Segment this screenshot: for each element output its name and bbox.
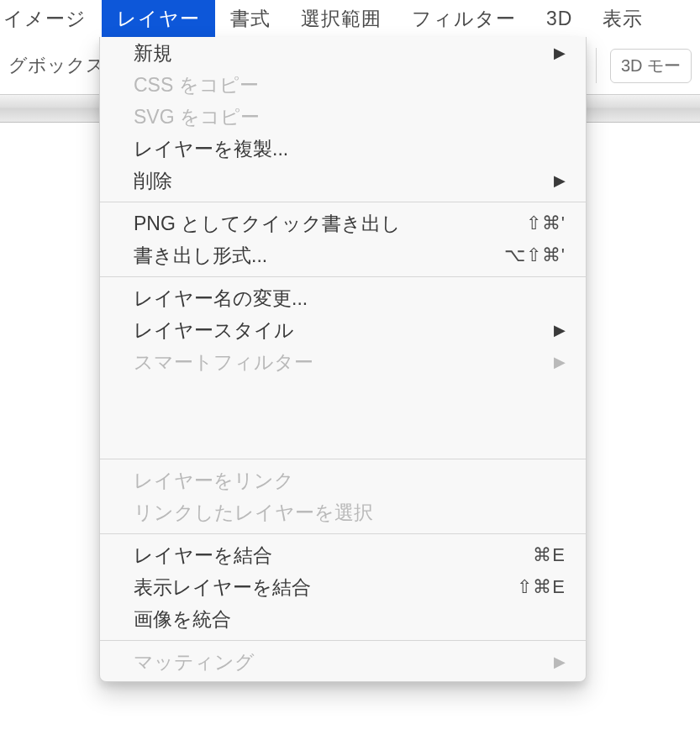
menu-label: 3D	[546, 8, 572, 30]
menu-item-label: レイヤーをリンク	[134, 468, 566, 494]
3d-mode-selector[interactable]: 3D モー	[610, 49, 692, 83]
menu-label: レイヤー	[117, 6, 200, 32]
menu-item-label: 表示レイヤーを結合	[134, 575, 502, 601]
menu-label: 表示	[603, 6, 643, 32]
menu-item-shortcut: ⇧⌘E	[517, 576, 566, 598]
menu-select[interactable]: 選択範囲	[286, 0, 397, 37]
menu-item: リンクしたレイヤーを選択	[100, 496, 586, 528]
menu-item-shortcut: ⌘E	[533, 544, 566, 566]
menu-item-label: レイヤー名の変更...	[134, 286, 566, 312]
menu-item-label: 書き出し形式...	[134, 243, 489, 269]
menu-separator	[100, 276, 586, 277]
submenu-arrow-icon: ▶	[554, 323, 566, 338]
menu-item-label: レイヤーを複製...	[134, 136, 566, 162]
vertical-separator	[596, 48, 597, 83]
menu-item[interactable]: レイヤーを複製...	[100, 133, 586, 165]
menu-item-label: マッティング	[134, 649, 539, 675]
menu-item-label: 画像を統合	[134, 606, 566, 632]
menu-label: 書式	[230, 6, 271, 32]
menu-item-label: レイヤースタイル	[134, 318, 539, 344]
submenu-arrow-icon: ▶	[554, 354, 566, 370]
app-menubar: イメージ レイヤー 書式 選択範囲 フィルター 3D 表示	[0, 0, 700, 37]
3d-mode-label: 3D モー	[621, 56, 681, 75]
menu-item[interactable]: 表示レイヤーを結合⇧⌘E	[100, 571, 586, 603]
menu-item: スマートフィルター▶	[100, 346, 586, 378]
submenu-arrow-icon: ▶	[554, 45, 566, 60]
menu-item-label: レイヤーを結合	[134, 543, 518, 569]
menu-item: SVG をコピー	[100, 101, 586, 133]
menu-image[interactable]: イメージ	[0, 0, 102, 37]
menu-item[interactable]: 画像を統合	[100, 603, 586, 635]
menu-item-label: スマートフィルター	[134, 349, 539, 375]
menu-item[interactable]: 削除▶	[100, 165, 586, 197]
menu-item[interactable]: 書き出し形式...⌥⇧⌘'	[100, 239, 586, 271]
menu-item-shortcut: ⇧⌘'	[526, 213, 566, 234]
menu-item-label: PNG としてクイック書き出し	[134, 211, 511, 237]
submenu-arrow-icon: ▶	[554, 173, 566, 188]
menu-filter[interactable]: フィルター	[397, 0, 531, 37]
menu-item[interactable]: レイヤー名の変更...	[100, 282, 586, 314]
menu-layer[interactable]: レイヤー	[102, 0, 215, 37]
menu-label: 選択範囲	[301, 6, 382, 32]
dropdown-gap	[100, 378, 586, 459]
menu-item[interactable]: PNG としてクイック書き出し⇧⌘'	[100, 207, 586, 239]
menu-item[interactable]: レイヤーを結合⌘E	[100, 539, 586, 571]
menu-separator	[100, 202, 586, 202]
menu-item-label: 新規	[134, 40, 539, 66]
menu-item-label: SVG をコピー	[134, 104, 566, 130]
menu-label: フィルター	[412, 6, 516, 32]
menu-item-shortcut: ⌥⇧⌘'	[504, 244, 566, 266]
menu-type[interactable]: 書式	[215, 0, 286, 37]
menu-item-label: CSS をコピー	[134, 72, 566, 98]
menu-separator	[100, 533, 586, 534]
submenu-arrow-icon: ▶	[554, 654, 566, 669]
menu-item: マッティング▶	[100, 646, 586, 678]
menu-separator	[100, 640, 586, 641]
menu-item[interactable]: レイヤースタイル▶	[100, 314, 586, 346]
menu-item: CSS をコピー	[100, 69, 586, 101]
menu-view[interactable]: 表示	[587, 0, 658, 37]
menu-item[interactable]: 新規▶	[100, 37, 586, 69]
layer-menu-dropdown: 新規▶CSS をコピーSVG をコピーレイヤーを複製...削除▶PNG としてク…	[99, 37, 587, 682]
menu-item: レイヤーをリンク	[100, 464, 586, 496]
menu-3d[interactable]: 3D	[531, 0, 587, 37]
options-right: 3D モー	[578, 48, 692, 83]
menu-separator	[100, 459, 586, 459]
menu-item-label: リンクしたレイヤーを選択	[134, 500, 566, 526]
menu-label: イメージ	[3, 6, 87, 32]
menu-item-label: 削除	[134, 168, 539, 194]
